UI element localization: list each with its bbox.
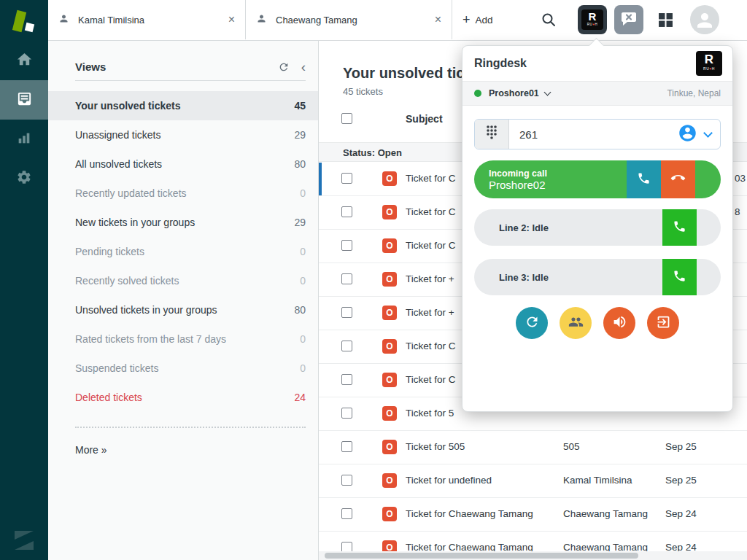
- add-button[interactable]: + Add: [462, 0, 493, 39]
- tab-chaewang-tamang[interactable]: Chaewang Tamang ×: [246, 0, 452, 39]
- row-checkbox[interactable]: [341, 307, 352, 318]
- avatar-person-icon: [694, 9, 716, 34]
- view-item-count: 29: [294, 129, 306, 141]
- more-views-link[interactable]: More »: [75, 444, 318, 456]
- ticket-subject: Ticket for Chaewang Tamang: [406, 508, 533, 519]
- contact-select[interactable]: [678, 123, 720, 146]
- row-checkbox[interactable]: [341, 273, 352, 284]
- view-item-label: Recently updated tickets: [75, 187, 300, 199]
- call-button[interactable]: [662, 259, 697, 295]
- answer-call-button[interactable]: [627, 160, 661, 198]
- ticket-text-fragment: 8: [735, 206, 740, 217]
- ticket-subject: Ticket for C: [406, 374, 456, 385]
- dialpad-button[interactable]: [475, 120, 509, 149]
- row-checkbox[interactable]: [341, 508, 352, 519]
- person-circle-icon: [678, 123, 697, 146]
- close-tab-icon[interactable]: ×: [228, 14, 235, 26]
- contacts-icon: [568, 314, 584, 332]
- collapse-panel-button[interactable]: ‹: [301, 62, 306, 72]
- line-status-label: Line 3: Idle: [474, 259, 662, 295]
- row-checkbox[interactable]: [341, 341, 352, 351]
- ticket-row[interactable]: OTicket for Chaewang TamangChaewang Tama…: [319, 498, 747, 532]
- ringdesk-toolbar-button[interactable]: R RU♥H: [578, 5, 607, 34]
- account-name: Proshore01: [489, 88, 539, 98]
- user-avatar[interactable]: [690, 5, 719, 34]
- ticket-subject: Ticket for 5: [406, 408, 454, 419]
- view-item-label: Unassigned tickets: [75, 129, 294, 141]
- view-item[interactable]: Suspended tickets0: [48, 354, 318, 383]
- ticket-text-fragment: 03: [735, 173, 746, 184]
- row-checkbox[interactable]: [341, 408, 352, 419]
- call-button[interactable]: [662, 209, 697, 246]
- divider: [75, 80, 306, 81]
- tab-label: Chaewang Tamang: [276, 15, 429, 26]
- view-item[interactable]: New tickets in your groups29: [48, 208, 318, 237]
- row-checkbox[interactable]: [341, 374, 352, 385]
- chat-toolbar-button[interactable]: [614, 5, 643, 34]
- ticket-subject: Ticket for C: [406, 240, 456, 251]
- tab-kamal-timilsina[interactable]: Kamal Timilsina ×: [48, 0, 246, 39]
- view-item[interactable]: Recently solved tickets0: [48, 266, 318, 295]
- dial-number-input[interactable]: [509, 128, 678, 141]
- redial-button[interactable]: [516, 307, 548, 339]
- ticket-subject: Ticket for C: [406, 206, 456, 217]
- gear-icon: [16, 169, 32, 188]
- row-checkbox[interactable]: [341, 240, 352, 251]
- view-item[interactable]: Your unsolved tickets45: [48, 91, 318, 120]
- row-checkbox[interactable]: [341, 206, 352, 217]
- exit-button[interactable]: [647, 307, 679, 339]
- account-location: Tinkue, Nepal: [667, 88, 721, 98]
- apps-grid-button[interactable]: [658, 12, 673, 31]
- row-checkbox[interactable]: [341, 441, 352, 452]
- view-item-label: New tickets in your groups: [75, 217, 294, 228]
- dotted-divider: [75, 427, 306, 428]
- view-item-label: Your unsolved tickets: [75, 100, 294, 112]
- sidebar-item-settings[interactable]: [0, 159, 48, 198]
- account-selector[interactable]: Proshore01: [489, 88, 550, 98]
- person-icon: [58, 13, 69, 27]
- row-checkbox[interactable]: [341, 475, 352, 486]
- view-item-label: All unsolved tickets: [75, 158, 294, 170]
- ticket-date: Sep 25: [665, 441, 697, 452]
- ticket-subject: Ticket for 505: [406, 441, 465, 452]
- view-item-count: 0: [300, 362, 306, 374]
- view-item[interactable]: Unsolved tickets in your groups80: [48, 295, 318, 324]
- view-item[interactable]: All unsolved tickets80: [48, 149, 318, 179]
- view-item[interactable]: Pending tickets0: [48, 237, 318, 266]
- speaker-button[interactable]: [603, 307, 635, 339]
- contacts-button[interactable]: [560, 307, 592, 339]
- person-icon: [256, 13, 267, 27]
- decline-call-button[interactable]: [661, 160, 695, 198]
- view-item-count: 0: [300, 246, 306, 257]
- sidebar-item-reports[interactable]: [0, 120, 48, 159]
- select-all-checkbox[interactable]: [341, 113, 352, 124]
- view-item-label: Pending tickets: [75, 246, 300, 257]
- incoming-call-label: Incoming call: [489, 168, 627, 179]
- sidebar-item-tickets[interactable]: [0, 80, 48, 120]
- row-checkbox[interactable]: [341, 173, 352, 184]
- status-open-badge: O: [382, 205, 397, 219]
- ticket-row[interactable]: OTicket for undefinedKamal TimilsinaSep …: [319, 464, 747, 498]
- phone-hangup-icon: [671, 171, 685, 188]
- horizontal-scrollbar-thumb[interactable]: [325, 553, 638, 559]
- view-item[interactable]: Recently updated tickets0: [48, 179, 318, 208]
- line-list: Line 2: IdleLine 3: Idle: [462, 209, 732, 295]
- sidebar-item-home[interactable]: [0, 41, 48, 80]
- ticket-subject: Ticket for C: [406, 173, 456, 184]
- view-item[interactable]: Rated tickets from the last 7 days0: [48, 324, 318, 354]
- line-pill: Line 2: Idle: [474, 209, 721, 246]
- chat-close-icon: [620, 9, 638, 30]
- view-item[interactable]: Deleted tickets24: [48, 383, 318, 412]
- view-item-count: 0: [300, 275, 306, 287]
- ticket-row[interactable]: OTicket for 505505Sep 25: [319, 431, 747, 464]
- status-open-badge: O: [382, 272, 397, 287]
- search-button[interactable]: [541, 12, 556, 30]
- close-tab-icon[interactable]: ×: [435, 14, 441, 26]
- ticket-subject: Ticket for C: [406, 341, 456, 351]
- plus-icon: +: [462, 12, 471, 28]
- view-item[interactable]: Unassigned tickets29: [48, 120, 318, 149]
- refresh-views-button[interactable]: [278, 61, 290, 73]
- view-item-count: 24: [294, 392, 306, 403]
- search-icon: [541, 17, 556, 29]
- column-header-subject[interactable]: Subject: [406, 113, 443, 125]
